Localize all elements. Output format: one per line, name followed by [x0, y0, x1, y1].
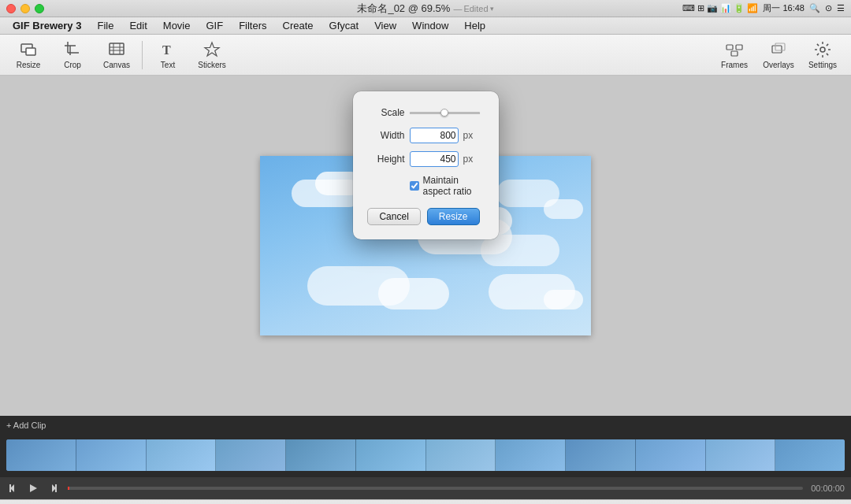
menu-filters[interactable]: Filters	[232, 19, 273, 32]
canvas-icon	[107, 40, 126, 59]
window-title-group: 未命名_02 @ 69.5% — Edited ▾	[357, 2, 493, 16]
svg-point-17	[820, 47, 825, 52]
menu-edit[interactable]: Edit	[123, 19, 153, 32]
menu-movie[interactable]: Movie	[157, 19, 197, 32]
svg-text:T: T	[162, 43, 171, 57]
menu-help[interactable]: Help	[458, 19, 492, 32]
frames-label: Frames	[721, 61, 748, 69]
timeline-strip-row	[0, 433, 851, 477]
toolbar-right-group: Frames Overlays Settings	[712, 37, 845, 73]
crop-icon	[63, 40, 82, 59]
overlays-icon	[769, 40, 788, 59]
timeline-strip[interactable]	[6, 439, 845, 471]
settings-button[interactable]: Settings	[801, 37, 845, 73]
menu-create[interactable]: Create	[277, 19, 320, 32]
scale-label: Scale	[372, 107, 405, 118]
menu-app-name[interactable]: GIF Brewery 3	[6, 19, 87, 32]
menu-view[interactable]: View	[368, 19, 403, 32]
svg-rect-15	[772, 46, 782, 53]
film-frame	[775, 439, 845, 471]
film-frame	[76, 439, 147, 471]
svg-rect-14	[731, 51, 738, 56]
canvas-area: Scale Width px Height px Ma	[0, 76, 851, 416]
stickers-label: Stickers	[198, 61, 226, 69]
svg-rect-12	[727, 45, 733, 50]
text-icon: T	[158, 40, 177, 59]
window-title: 未命名_02 @ 69.5%	[357, 2, 450, 16]
aspect-ratio-label: Maintain aspect ratio	[423, 175, 480, 197]
aspect-ratio-checkbox[interactable]	[410, 181, 419, 191]
text-label: Text	[161, 61, 175, 69]
toolbar-separator-1	[142, 41, 143, 69]
svg-rect-22	[55, 484, 57, 492]
film-frame	[566, 439, 636, 471]
text-button[interactable]: T Text	[146, 37, 190, 73]
titlebar: 未命名_02 @ 69.5% — Edited ▾ ⌨ ⊞ 📷 📊 🔋 📶 周一…	[0, 0, 851, 17]
crop-button[interactable]: Crop	[50, 37, 95, 73]
notification-icon[interactable]: ☰	[837, 3, 845, 13]
canvas-button[interactable]: Canvas	[95, 37, 139, 73]
timeline-add-row: + Add Clip	[0, 416, 851, 433]
minimize-button[interactable]	[20, 4, 30, 13]
svg-rect-16	[775, 43, 785, 50]
dialog-overlay: Scale Width px Height px Ma	[0, 76, 851, 416]
control-center-icon[interactable]: ⊙	[825, 3, 832, 13]
film-frame	[216, 439, 286, 471]
chevron-down-icon: ▾	[490, 5, 494, 13]
go-to-start-button[interactable]	[6, 480, 22, 496]
menu-file[interactable]: File	[91, 19, 120, 32]
settings-icon	[813, 40, 832, 59]
resize-label: Resize	[17, 61, 41, 69]
go-to-end-button[interactable]	[44, 480, 60, 496]
close-button[interactable]	[6, 4, 16, 13]
toolbar-left-group: Resize Crop	[6, 37, 139, 73]
bottom-bar: Length: 39.10s Set Start Set End Go to S…	[0, 499, 851, 504]
width-input[interactable]	[410, 128, 459, 143]
film-frame	[286, 439, 356, 471]
progress-indicator	[68, 487, 69, 490]
scale-slider[interactable]	[410, 112, 480, 114]
height-unit: px	[463, 154, 474, 165]
time-display: 00:00:00	[811, 484, 845, 493]
height-input[interactable]	[410, 151, 459, 167]
controls-bar: 00:00:00	[0, 477, 851, 499]
frames-button[interactable]: Frames	[712, 37, 756, 73]
resize-button[interactable]: Resize	[6, 37, 50, 73]
film-frame	[426, 439, 496, 471]
progress-bar[interactable]	[68, 487, 803, 490]
system-icons: ⌨ ⊞ 📷 📊 🔋 📶	[682, 3, 758, 13]
crop-label: Crop	[64, 61, 81, 69]
svg-marker-20	[30, 484, 37, 492]
scale-row: Scale	[372, 107, 480, 118]
menu-window[interactable]: Window	[406, 19, 455, 32]
menu-gfycat[interactable]: Gfycat	[323, 19, 366, 32]
canvas-label: Canvas	[103, 61, 130, 69]
svg-rect-6	[110, 43, 124, 54]
svg-rect-1	[26, 48, 35, 55]
svg-rect-19	[9, 484, 11, 492]
resize-icon	[19, 40, 38, 59]
film-frame	[706, 439, 776, 471]
search-icon[interactable]: 🔍	[809, 3, 820, 13]
maximize-button[interactable]	[35, 4, 44, 13]
cancel-button[interactable]: Cancel	[367, 208, 420, 225]
frames-icon	[725, 40, 744, 59]
menu-gif[interactable]: GIF	[199, 19, 229, 32]
film-frame	[636, 439, 706, 471]
stickers-button[interactable]: Stickers	[190, 37, 234, 73]
svg-rect-13	[736, 45, 742, 50]
dialog-buttons: Cancel Resize	[372, 208, 480, 225]
edited-label: Edited	[463, 4, 488, 13]
add-clip-button[interactable]: + Add Clip	[6, 421, 46, 430]
height-label: Height	[372, 154, 405, 165]
width-unit: px	[463, 130, 474, 141]
overlays-button[interactable]: Overlays	[756, 37, 801, 73]
film-frame	[147, 439, 217, 471]
film-frame	[356, 439, 426, 471]
resize-dialog: Scale Width px Height px Ma	[353, 91, 499, 239]
play-button[interactable]	[25, 480, 41, 496]
resize-confirm-button[interactable]: Resize	[427, 208, 480, 225]
overlays-label: Overlays	[763, 61, 793, 69]
toolbar: Resize Crop	[0, 35, 851, 76]
system-tray: ⌨ ⊞ 📷 📊 🔋 📶 周一 16:48 🔍 ⊙ ☰	[682, 2, 845, 14]
